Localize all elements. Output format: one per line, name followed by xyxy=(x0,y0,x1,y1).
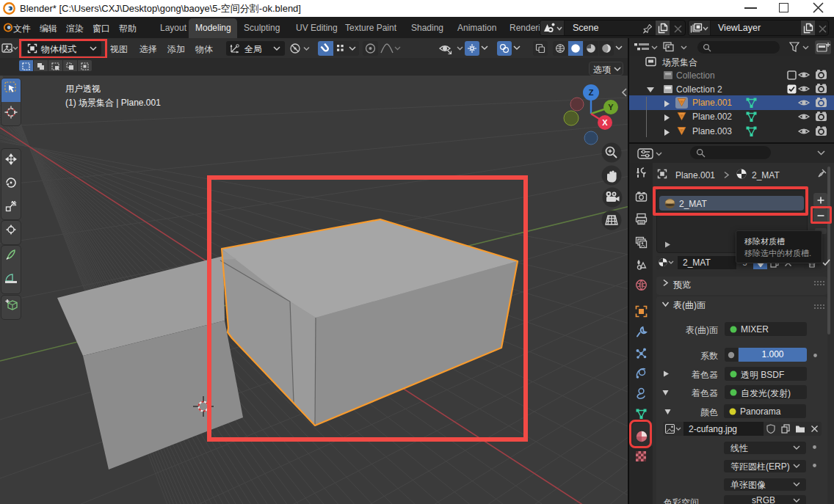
svg-text:Z: Z xyxy=(589,88,594,97)
svg-text:Y: Y xyxy=(608,103,614,112)
svg-text:X: X xyxy=(602,118,608,127)
